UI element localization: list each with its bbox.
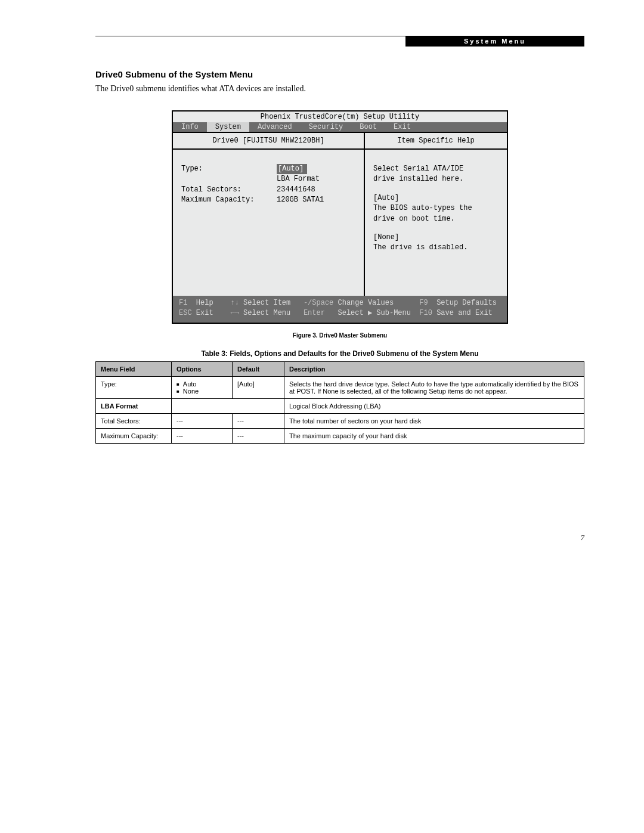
bios-help-line: drive on boot time. (373, 214, 499, 224)
table-cell-options: Auto None (172, 376, 233, 398)
bios-menu: Info System Advanced Security Boot Exit (173, 122, 507, 132)
table-row: LBA Format Logical Block Addressing (LBA… (96, 398, 584, 413)
section-title: Drive0 Submenu of the System Menu (95, 69, 584, 79)
figure-caption: Figure 3. Drive0 Master Submenu (95, 332, 584, 339)
table-cell-default: [Auto] (233, 376, 284, 398)
table-cell-field: LBA Format (96, 398, 172, 413)
table-cell-field: Maximum Capacity: (96, 428, 172, 443)
fields-table: Menu Field Options Default Description T… (95, 361, 584, 444)
option-item: Auto (177, 380, 227, 388)
table-cell-field: Total Sectors: (96, 413, 172, 428)
bios-sub-header-right: Item Specific Help (365, 132, 507, 150)
bios-help-line: [None] (373, 233, 499, 243)
table-header: Options (172, 361, 233, 376)
bios-sub-header-left: Drive0 [FUJITSU MHW2120BH] (173, 132, 364, 150)
table-row: Total Sectors: --- --- The total number … (96, 413, 584, 428)
bios-help-line: The drive is disabled. (373, 243, 499, 253)
bios-help-line: Select Serial ATA/IDE (373, 164, 499, 174)
table-cell-desc: Logical Block Addressing (LBA) (284, 398, 584, 413)
table-header-row: Menu Field Options Default Description (96, 361, 584, 376)
bios-tab-advanced[interactable]: Advanced (249, 122, 301, 132)
bios-help-panel: Select Serial ATA/IDE drive installed he… (365, 150, 507, 296)
table-cell-empty (172, 398, 284, 413)
bios-help-line: The BIOS auto-types the (373, 203, 499, 213)
bios-field-type-label: Type: (181, 164, 277, 174)
bios-footer: F1 Help ↑↓ Select Item -/Space Change Va… (173, 296, 507, 323)
bios-tab-security[interactable]: Security (301, 122, 352, 132)
bios-tab-boot[interactable]: Boot (351, 122, 385, 132)
table-cell-options: --- (172, 413, 233, 428)
bios-help-line: [Auto] (373, 193, 499, 203)
table-cell-options: --- (172, 428, 233, 443)
table-header: Description (284, 361, 584, 376)
bios-field-capacity-label: Maximum Capacity: (181, 195, 277, 205)
table-row: Maximum Capacity: --- --- The maximum ca… (96, 428, 584, 443)
bios-title: Phoenix TrustedCore(tm) Setup Utility (173, 112, 507, 122)
table-cell-desc: The maximum capacity of your hard disk (284, 428, 584, 443)
bios-field-sectors-label: Total Sectors: (181, 185, 277, 195)
bios-tab-exit[interactable]: Exit (385, 122, 419, 132)
table-header: Default (233, 361, 284, 376)
bios-field-capacity-value: 120GB SATA1 (277, 195, 324, 205)
table-row: Type: Auto None [Auto] Selects the hard … (96, 376, 584, 398)
bios-help-line: drive installed here. (373, 174, 499, 184)
bios-screenshot: Phoenix TrustedCore(tm) Setup Utility In… (172, 110, 508, 324)
table-cell-default: --- (233, 428, 284, 443)
table-cell-desc: Selects the hard drive device type. Sele… (284, 376, 584, 398)
top-rule: System Menu (95, 36, 584, 36)
bios-field-type-value[interactable]: [Auto] (277, 164, 307, 174)
bios-tab-system[interactable]: System (207, 122, 249, 132)
bios-tab-info[interactable]: Info (173, 122, 207, 132)
table-cell-default: --- (233, 413, 284, 428)
section-header-bar: System Menu (405, 36, 584, 47)
bios-field-sectors-value: 234441648 (277, 185, 315, 195)
table-cell-desc: The total number of sectors on your hard… (284, 413, 584, 428)
table-cell-field: Type: (96, 376, 172, 398)
table-caption: Table 3: Fields, Options and Defaults fo… (95, 349, 584, 358)
table-header: Menu Field (96, 361, 172, 376)
bios-field-lba-format: LBA Format (277, 174, 320, 184)
option-item: None (177, 388, 227, 395)
section-intro: The Drive0 submenu identifies what ATA d… (95, 84, 584, 94)
page-number: 7 (95, 533, 584, 543)
